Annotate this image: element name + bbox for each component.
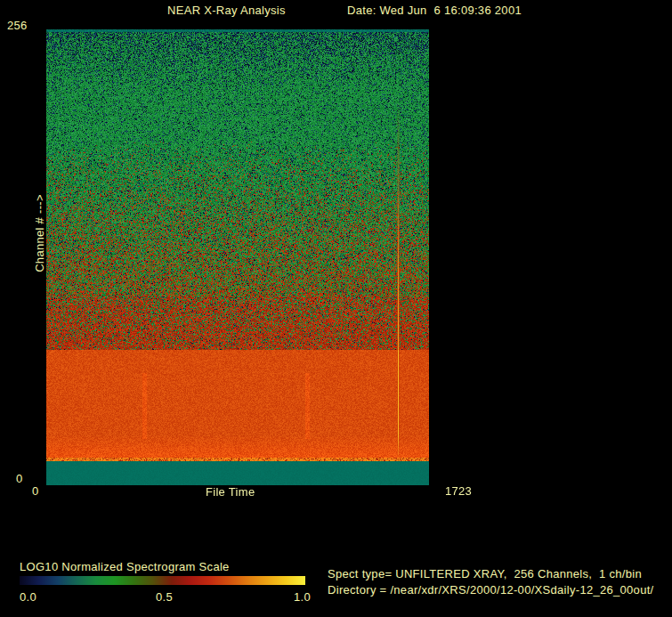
directory-label: Directory = /near/xdr/XRS/2000/12-00/XSd… <box>328 584 654 596</box>
colorbar-title: LOG10 Normalized Spectrogram Scale <box>20 561 230 572</box>
colorbar-tick-2: 1.0 <box>294 591 311 603</box>
colorbar-tick-1: 0.5 <box>156 591 173 603</box>
x-axis-min-label: 0 <box>32 485 39 497</box>
page-title: NEAR X-Ray Analysis <box>167 4 286 16</box>
x-axis-max-label: 1723 <box>445 485 472 497</box>
x-axis-title: File Time <box>206 486 255 498</box>
colorbar-tick-0: 0.0 <box>20 591 36 603</box>
spect-type-label: Spect type= UNFILTERED XRAY, 256 Channel… <box>328 568 642 580</box>
spectrogram-plot <box>46 29 429 485</box>
app-window: NEAR X-Ray Analysis Date: Wed Jun 6 16:0… <box>0 0 672 617</box>
colorbar-gradient <box>20 576 305 585</box>
date-label: Date: Wed Jun 6 16:09:36 2001 <box>347 4 522 16</box>
y-axis-max-label: 256 <box>7 20 28 31</box>
y-axis-min-label: 0 <box>16 473 23 484</box>
y-axis-title: Channel # ---> <box>33 194 46 272</box>
